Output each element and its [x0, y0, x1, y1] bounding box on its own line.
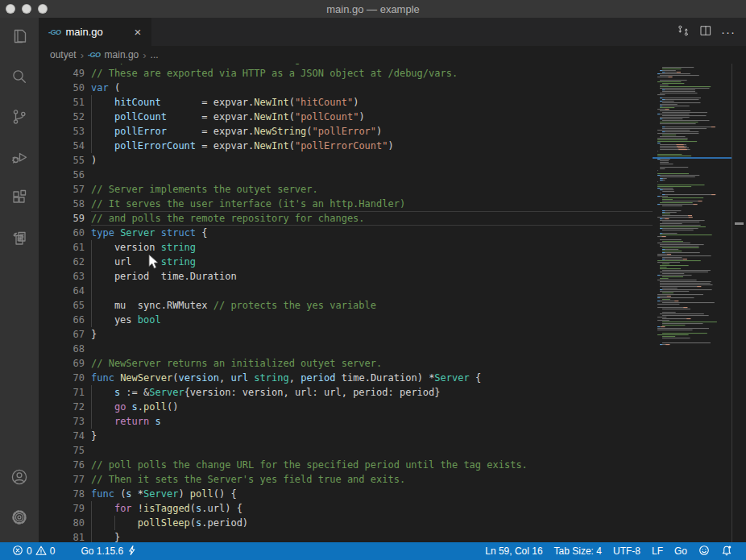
line-number[interactable]: 49: [39, 66, 85, 81]
code-line[interactable]: 71 s := &Server{version: version, url: u…: [39, 385, 653, 400]
line-number[interactable]: 70: [39, 371, 85, 385]
line-number[interactable]: 79: [39, 501, 85, 516]
code-line[interactable]: 73 return s: [39, 414, 653, 429]
breadcrumb-symbol[interactable]: ...: [151, 49, 159, 60]
line-number[interactable]: 63: [39, 269, 85, 284]
line-number[interactable]: 66: [39, 313, 85, 327]
line-number[interactable]: 55: [39, 153, 85, 168]
code-line[interactable]: 63 period time.Duration: [39, 269, 653, 284]
line-number[interactable]: 75: [39, 443, 85, 458]
code-line[interactable]: 56: [39, 168, 653, 182]
sidebar-item-explorer[interactable]: [0, 18, 39, 58]
overview-ruler[interactable]: [731, 64, 746, 542]
settings-button[interactable]: [0, 499, 39, 539]
code-line[interactable]: 61 version string: [39, 240, 653, 255]
line-number[interactable]: 64: [39, 284, 85, 298]
notifications-button[interactable]: [715, 542, 738, 560]
line-number[interactable]: 74: [39, 429, 85, 443]
cursor-position-indicator[interactable]: Ln 59, Col 16: [479, 542, 548, 560]
line-number[interactable]: 61: [39, 240, 85, 255]
code-line[interactable]: 81 }: [39, 530, 653, 542]
line-number[interactable]: 81: [39, 530, 85, 542]
language-mode-indicator[interactable]: Go: [669, 542, 693, 560]
line-number[interactable]: 76: [39, 458, 85, 472]
code-line[interactable]: 53 pollError = expvar.NewString("pollErr…: [39, 124, 653, 139]
sidebar-item-search[interactable]: [0, 58, 39, 98]
line-number[interactable]: 71: [39, 385, 85, 400]
line-number[interactable]: 72: [39, 400, 85, 414]
code-token: var: [91, 82, 109, 93]
breadcrumb-file[interactable]: main.go: [105, 49, 139, 60]
encoding-indicator[interactable]: UTF-8: [607, 542, 646, 560]
code-line[interactable]: 78func (s *Server) poll() {: [39, 487, 653, 501]
more-actions-button[interactable]: ···: [717, 22, 740, 43]
close-window-button[interactable]: [6, 4, 15, 14]
code-line[interactable]: 70func NewServer(version, url string, pe…: [39, 371, 653, 385]
line-number[interactable]: 80: [39, 516, 85, 530]
line-number[interactable]: 57: [39, 182, 85, 197]
line-number[interactable]: 58: [39, 197, 85, 211]
code-line[interactable]: 74}: [39, 429, 653, 443]
code-line[interactable]: 52 pollCount = expvar.NewInt("pollCount"…: [39, 110, 653, 124]
code-line[interactable]: 76// poll polls the change URL for the s…: [39, 458, 653, 472]
code-line[interactable]: 79 for !isTagged(s.url) {: [39, 501, 653, 516]
sidebar-item-source-control[interactable]: [0, 98, 39, 139]
code-line[interactable]: 58// It serves the user interface (it's …: [39, 197, 653, 211]
code-line[interactable]: 72 go s.poll(): [39, 400, 653, 414]
code-text: url string: [91, 255, 653, 269]
code-line[interactable]: 59// and polls the remote repository for…: [39, 211, 653, 226]
feedback-button[interactable]: [693, 542, 715, 560]
minimize-window-button[interactable]: [22, 4, 31, 14]
line-number[interactable]: 69: [39, 356, 85, 371]
close-tab-icon[interactable]: ×: [131, 25, 145, 39]
line-number[interactable]: 67: [39, 327, 85, 342]
line-number[interactable]: 65: [39, 298, 85, 313]
problems-indicator[interactable]: 0 0: [8, 542, 59, 560]
line-number[interactable]: 51: [39, 95, 85, 110]
code-line[interactable]: 75: [39, 443, 653, 458]
go-version-indicator[interactable]: Go 1.15.6: [77, 542, 142, 560]
code-line[interactable]: 49// These are exported via HTTP as a JS…: [39, 66, 653, 81]
line-number[interactable]: 56: [39, 168, 85, 182]
code-line[interactable]: 77// Then it sets the Server's yes field…: [39, 472, 653, 487]
code-editor[interactable]: 48// Exported variables for monitoring t…: [39, 64, 746, 542]
minimap[interactable]: [653, 64, 731, 542]
code-line[interactable]: 69// NewServer returns an initialized ou…: [39, 356, 653, 371]
indentation-indicator[interactable]: Tab Size: 4: [549, 542, 607, 560]
code-line[interactable]: 64: [39, 284, 653, 298]
code-line[interactable]: 57// Server implements the outyet server…: [39, 182, 653, 197]
line-number[interactable]: 60: [39, 226, 85, 240]
line-number[interactable]: 54: [39, 139, 85, 153]
breadcrumb-folder[interactable]: outyet: [50, 49, 77, 60]
tab-main-go[interactable]: -GO main.go ×: [39, 18, 151, 46]
sidebar-item-references[interactable]: [0, 219, 39, 259]
code-line[interactable]: 80 pollSleep(s.period): [39, 516, 653, 530]
code-line[interactable]: 54 pollErrorCount = expvar.NewInt("pollE…: [39, 139, 653, 153]
line-number[interactable]: 77: [39, 472, 85, 487]
line-number[interactable]: 59: [39, 211, 85, 226]
line-number[interactable]: 52: [39, 110, 85, 124]
code-line[interactable]: 50var (: [39, 81, 653, 95]
zoom-window-button[interactable]: [38, 4, 48, 14]
line-number[interactable]: 78: [39, 487, 85, 501]
line-number[interactable]: 53: [39, 124, 85, 139]
code-line[interactable]: 65 mu sync.RWMutex // protects the yes v…: [39, 298, 653, 313]
sidebar-item-run-debug[interactable]: [0, 139, 39, 179]
line-number[interactable]: 68: [39, 342, 85, 356]
code-line[interactable]: 62 url string: [39, 255, 653, 269]
code-line[interactable]: 67}: [39, 327, 653, 342]
code-line[interactable]: 55): [39, 153, 653, 168]
split-editor-button[interactable]: [694, 22, 717, 43]
line-number[interactable]: 62: [39, 255, 85, 269]
account-button[interactable]: [0, 458, 39, 499]
sidebar-item-extensions[interactable]: [0, 179, 39, 219]
open-changes-button[interactable]: [672, 22, 694, 43]
code-line[interactable]: 66 yes bool: [39, 313, 653, 327]
line-number[interactable]: 50: [39, 81, 85, 95]
code-line[interactable]: 68: [39, 342, 653, 356]
code-token: [91, 387, 114, 398]
eol-indicator[interactable]: LF: [646, 542, 669, 560]
code-line[interactable]: 60type Server struct {: [39, 226, 653, 240]
line-number[interactable]: 73: [39, 414, 85, 429]
code-line[interactable]: 51 hitCount = expvar.NewInt("hitCount"): [39, 95, 653, 110]
